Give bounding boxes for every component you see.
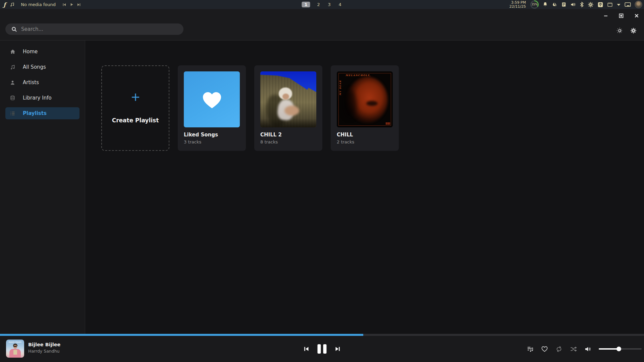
maximize-button[interactable] [619,13,624,18]
now-playing-album-art: BIJLEE BIJLEE [6,340,24,358]
sidebar-item-home[interactable]: Home [0,44,85,59]
playlist-card-chill-2[interactable]: CHILL 2 8 tracks [254,65,322,151]
workspace-switcher: 1 2 3 4 [302,0,342,9]
music-note-icon [9,64,16,70]
album-cover-text: MY DEAR [339,80,342,96]
next-button[interactable] [335,346,341,352]
workspace-2[interactable]: 2 [316,2,321,7]
transport-controls [304,336,341,362]
window-controls [603,13,639,18]
sidebar-item-artists[interactable]: Artists [0,75,85,90]
sidebar-item-label: Playlists [23,110,47,116]
volume-icon[interactable] [584,346,591,353]
theme-toggle-icon[interactable] [616,27,623,35]
create-playlist-label: Create Playlist [112,117,159,124]
playlist-card-chill[interactable]: MELANCHOLY, MY DEAR CHILL 2 tracks [331,65,399,151]
volume-slider[interactable] [599,348,642,350]
clock-date: 22/11/25 [509,5,526,9]
search-icon [11,26,17,32]
playlist-icon [9,111,16,116]
playlist-track-count: 3 tracks [184,139,240,144]
playlist-title: CHILL [337,132,393,138]
system-tray: 3:59 PM 22/11/25 35% [509,0,642,9]
favorite-heart-icon[interactable] [541,346,548,352]
media-status-text: No media found [21,2,56,7]
database-icon [9,95,16,101]
liked-songs-cover [184,71,240,127]
flame-icon[interactable] [552,2,557,7]
music-note-icon[interactable] [10,2,15,7]
volume-tray-icon[interactable] [570,2,576,7]
plus-icon [130,92,141,104]
heart-icon [201,90,223,109]
previous-button[interactable] [304,346,310,352]
now-playing-title: Bijlee Bijlee [28,342,60,347]
search-input[interactable] [21,26,169,32]
distro-logo-icon[interactable]: ƒ [3,1,6,8]
volume-slider-fill [599,348,619,350]
player-secondary-controls [527,336,642,362]
system-bar-left: ƒ No media found [3,0,81,9]
sidebar-item-playlists[interactable]: Playlists [5,107,79,119]
clipboard-icon[interactable] [561,2,567,7]
play-icon[interactable] [70,3,73,6]
music-app-window: Home All Songs Artists Library Info [0,9,644,334]
previous-track-icon[interactable] [62,3,66,7]
album-art-text: BIJLEE BIJLEE [6,341,24,343]
player-bar: BIJLEE BIJLEE Bijlee Bijlee Harrdy Sandh… [0,334,644,362]
desktop: ƒ No media found 1 2 3 4 3:59 PM [0,0,644,362]
minimize-button[interactable] [603,13,608,18]
now-playing-artist: Harrdy Sandhu [28,349,60,354]
close-button[interactable] [634,13,639,18]
playlist-title: Liked Songs [184,132,240,138]
notification-bell-icon[interactable] [542,2,548,7]
dropdown-chevron-icon[interactable] [616,3,621,6]
sidebar-item-label: All Songs [23,64,46,70]
next-track-icon[interactable] [77,3,81,7]
sidebar-item-all-songs[interactable]: All Songs [0,59,85,75]
workspace-4[interactable]: 4 [338,2,342,7]
battery-percent: 35% [531,1,538,8]
playlists-view: Create Playlist Liked Songs 3 tracks [85,41,644,334]
bluetooth-icon[interactable] [580,2,584,7]
system-bar: ƒ No media found 1 2 3 4 3:59 PM [0,0,644,9]
display-icon[interactable] [625,2,631,7]
workspace-1[interactable]: 1 [302,2,310,7]
battery-indicator[interactable]: 35% [530,0,539,9]
create-playlist-card[interactable]: Create Playlist [101,65,169,151]
playlist-track-count: 8 tracks [260,139,316,144]
playlist-card-liked-songs[interactable]: Liked Songs 3 tracks [178,65,246,151]
playlist-track-count: 2 tracks [337,139,393,144]
pause-button[interactable] [318,344,327,354]
sidebar-item-label: Home [23,49,38,55]
album-cover-text: MELANCHOLY, [345,74,371,77]
repeat-icon[interactable] [555,346,562,353]
home-icon [9,49,16,55]
usb-icon[interactable] [597,2,603,8]
chill-2-cover [260,71,316,127]
queue-icon[interactable] [527,346,534,353]
settings-tray-icon[interactable] [588,2,594,8]
playlist-cards-row: Create Playlist Liked Songs 3 tracks [101,65,399,151]
user-avatar[interactable] [635,1,642,8]
person-icon [9,80,16,85]
clock[interactable]: 3:59 PM 22/11/25 [509,1,526,9]
sidebar-item-label: Artists [23,79,39,85]
ethernet-icon[interactable] [607,2,613,7]
playlist-title: CHILL 2 [260,132,316,138]
chill-cover: MELANCHOLY, MY DEAR [337,71,393,127]
sidebar-item-library-info[interactable]: Library Info [0,90,85,106]
settings-gear-icon[interactable] [630,27,637,35]
search-bar [5,23,183,35]
workspace-3[interactable]: 3 [327,2,332,7]
clock-time: 3:59 PM [509,1,526,5]
shuffle-icon[interactable] [570,346,577,353]
sidebar-item-label: Library Info [23,95,52,101]
volume-slider-thumb[interactable] [616,347,621,351]
sidebar: Home All Songs Artists Library Info [0,41,85,334]
barcode [386,122,390,125]
